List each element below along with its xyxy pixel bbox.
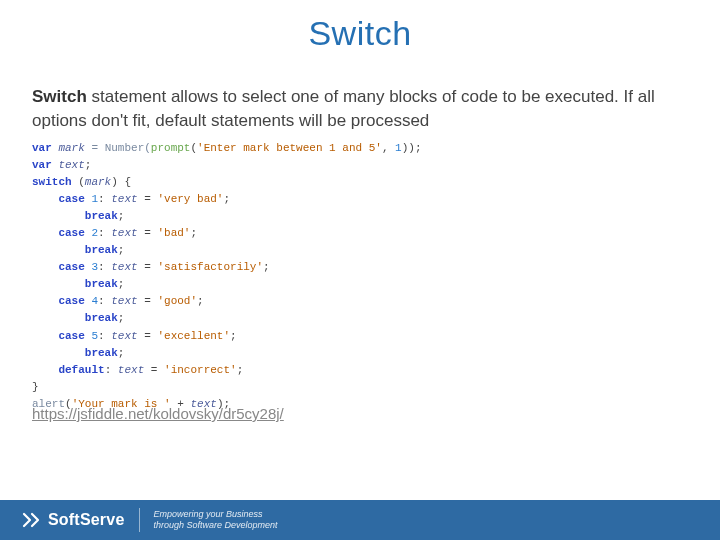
footer-bar: SoftServe Empowering your Business throu…	[0, 500, 720, 540]
description-bold: Switch	[32, 87, 87, 106]
description-rest: statement allows to select one of many b…	[32, 87, 655, 130]
slide: Switch Switch statement allows to select…	[0, 0, 720, 540]
footer-tagline: Empowering your Business through Softwar…	[154, 509, 278, 531]
slide-title: Switch	[0, 14, 720, 53]
footer-logo: SoftServe	[22, 510, 125, 530]
description-text: Switch statement allows to select one of…	[32, 85, 688, 133]
jsfiddle-link[interactable]: https://jsfiddle.net/koldovsky/dr5cy28j/	[32, 405, 284, 422]
tagline-line-2: through Software Development	[154, 520, 278, 531]
footer-divider	[139, 508, 140, 532]
chevron-icon	[22, 510, 42, 530]
link-anchor[interactable]: https://jsfiddle.net/koldovsky/dr5cy28j/	[32, 405, 284, 422]
code-block: var mark = Number(prompt('Enter mark bet…	[32, 140, 422, 413]
tagline-line-1: Empowering your Business	[154, 509, 278, 520]
brand-name: SoftServe	[48, 511, 125, 529]
